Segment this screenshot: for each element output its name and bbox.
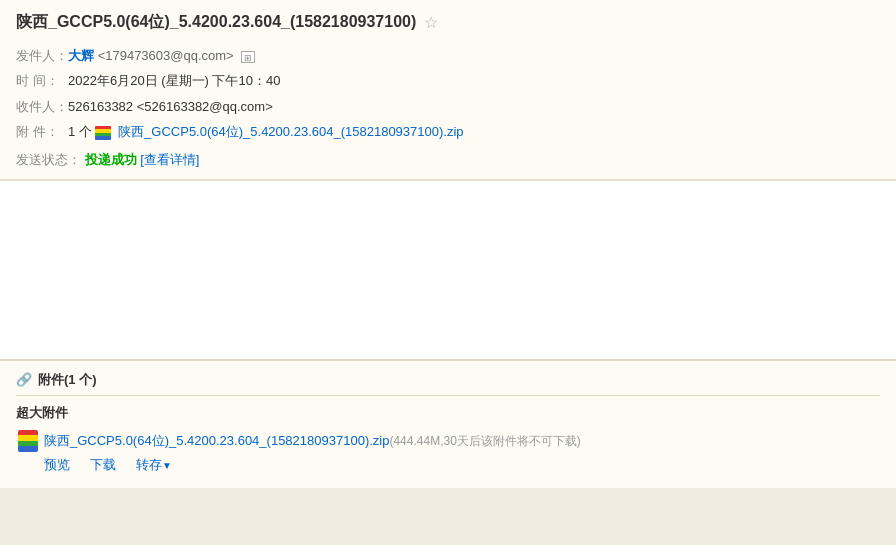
sender-row: 发件人： 大辉 <179473603@qq.com> ⊞ <box>16 43 880 68</box>
time-value: 2022年6月20日 (星期一) 下午10：40 <box>68 68 880 93</box>
to-label: 收件人： <box>16 94 68 119</box>
star-icon[interactable]: ☆ <box>424 13 438 32</box>
save-dropdown-arrow: ▼ <box>162 460 172 471</box>
download-link[interactable]: 下载 <box>90 456 116 474</box>
attachment-actions: 预览 下载 转存▼ <box>44 456 880 474</box>
attach-file-icon <box>95 126 111 140</box>
attach-value: 1 个 陕西_GCCP5.0(64位)_5.4200.23.604_(15821… <box>68 119 880 144</box>
to-row: 收件人： 526163382 <526163382@qq.com> <box>16 94 880 119</box>
attachment-meta: (444.44M,30天后该附件将不可下载) <box>389 434 580 448</box>
attach-inline-row: 附 件： 1 个 陕西_GCCP5.0(64位)_5.4200.23.604_(… <box>16 119 880 144</box>
zip-icon <box>18 430 38 452</box>
time-row: 时 间： 2022年6月20日 (星期一) 下午10：40 <box>16 68 880 93</box>
email-subject: 陕西_GCCP5.0(64位)_5.4200.23.604_(158218093… <box>16 12 416 33</box>
super-attachment-label: 超大附件 <box>16 404 880 422</box>
copy-icon[interactable]: ⊞ <box>241 51 255 63</box>
attachment-file-row: 陕西_GCCP5.0(64位)_5.4200.23.604_(158218093… <box>18 430 880 452</box>
save-link[interactable]: 转存▼ <box>136 456 172 474</box>
attachment-filename-text: 陕西_GCCP5.0(64位)_5.4200.23.604_(158218093… <box>44 433 389 448</box>
attachment-filename-link[interactable]: 陕西_GCCP5.0(64位)_5.4200.23.604_(158218093… <box>44 432 581 450</box>
attachment-section: 🔗 附件(1 个) 超大附件 陕西_GCCP5.0(64位)_5.4200.23… <box>0 360 896 488</box>
status-detail-link[interactable]: [查看详情] <box>140 152 199 167</box>
preview-link[interactable]: 预览 <box>44 456 70 474</box>
to-value: 526163382 <526163382@qq.com> <box>68 94 880 119</box>
status-badge: 投递成功 <box>85 152 137 167</box>
attachment-section-header: 🔗 附件(1 个) <box>16 371 880 396</box>
sender-label: 发件人： <box>16 43 68 68</box>
status-label: 发送状态： <box>16 152 81 167</box>
attachment-section-title: 附件(1 个) <box>38 371 97 389</box>
save-label: 转存 <box>136 457 162 472</box>
sender-email-address: <179473603@qq.com> <box>98 48 234 63</box>
sender-value: 大辉 <179473603@qq.com> ⊞ <box>68 43 880 68</box>
email-container: 陕西_GCCP5.0(64位)_5.4200.23.604_(158218093… <box>0 0 896 488</box>
status-row: 发送状态： 投递成功 [查看详情] <box>16 151 880 169</box>
email-body <box>0 180 896 360</box>
attachment-inline-link[interactable]: 陕西_GCCP5.0(64位)_5.4200.23.604_(158218093… <box>118 124 463 139</box>
time-label: 时 间： <box>16 68 68 93</box>
paperclip-icon: 🔗 <box>16 372 32 387</box>
subject-row: 陕西_GCCP5.0(64位)_5.4200.23.604_(158218093… <box>16 12 880 33</box>
meta-table: 发件人： 大辉 <179473603@qq.com> ⊞ 时 间： 2022年6… <box>16 43 880 145</box>
attach-count: 1 个 <box>68 124 92 139</box>
attach-icon-small <box>95 124 118 139</box>
attachment-item: 陕西_GCCP5.0(64位)_5.4200.23.604_(158218093… <box>18 430 880 474</box>
sender-name: 大辉 <box>68 48 94 63</box>
email-header: 陕西_GCCP5.0(64位)_5.4200.23.604_(158218093… <box>0 0 896 180</box>
attach-label: 附 件： <box>16 119 68 144</box>
